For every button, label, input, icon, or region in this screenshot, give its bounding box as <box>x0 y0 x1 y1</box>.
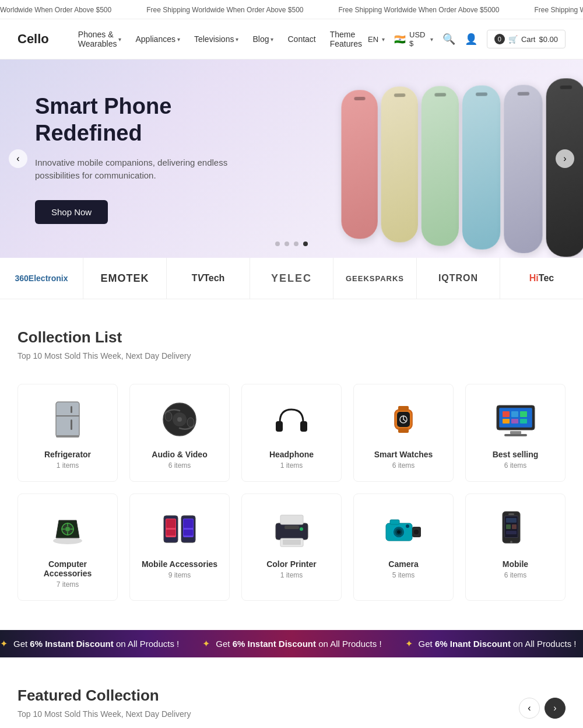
header-actions: EN ▾ 🇮🇳 USD $ ▾ 🔍 👤 0 🛒 Cart $0.00 <box>368 30 566 48</box>
cart-icon: 🛒 <box>508 35 518 44</box>
brand-hitec[interactable]: HiTec <box>500 258 583 299</box>
computer-accessories-count: 7 items <box>57 580 79 589</box>
audio-video-count: 6 items <box>168 461 191 470</box>
svg-rect-35 <box>166 519 175 528</box>
featured-prev-button[interactable]: ‹ <box>519 698 540 719</box>
svg-point-7 <box>177 417 182 422</box>
search-icon[interactable]: 🔍 <box>442 33 455 46</box>
discount-text-1: Get 6% Instant Discount on All Products … <box>13 639 179 649</box>
color-printer-name: Color Printer <box>266 559 317 569</box>
announcement-msg-4: Free Shipping Worldwide When Order Above… <box>534 6 583 14</box>
svg-rect-26 <box>520 411 527 417</box>
smart-watches-icon <box>380 396 427 443</box>
svg-rect-28 <box>511 419 518 424</box>
cart-button[interactable]: 0 🛒 Cart $0.00 <box>487 30 566 48</box>
svg-point-8 <box>165 412 172 421</box>
discount-item-2: ✦ Get 6% Instant Discount on All Product… <box>202 638 381 649</box>
hero-dot-3[interactable] <box>294 242 298 246</box>
svg-rect-1 <box>56 415 79 416</box>
language-selector[interactable]: EN ▾ <box>368 35 385 44</box>
brand-emotek[interactable]: EMOTEK <box>83 258 167 299</box>
nav-blog[interactable]: Blog ▾ <box>247 31 279 47</box>
brand-tvtech[interactable]: TVTech <box>167 258 250 299</box>
star-icon-3: ✦ <box>405 638 413 649</box>
collection-item-best-selling[interactable]: Best selling 6 items <box>465 384 566 482</box>
brand-360electronix[interactable]: 360Electronix <box>0 258 83 299</box>
svg-point-9 <box>187 418 194 427</box>
nav-theme-features[interactable]: Theme Features <box>324 26 368 52</box>
nav-televisions[interactable]: Televisions ▾ <box>188 31 244 47</box>
svg-rect-60 <box>506 518 517 523</box>
svg-rect-10 <box>276 421 283 432</box>
phone-teal <box>462 85 500 250</box>
color-printer-count: 1 items <box>280 571 303 579</box>
brand-geeksparks[interactable]: GEEKSPARKS <box>333 258 417 299</box>
svg-rect-27 <box>503 419 510 424</box>
brand-label-hitec: HiTec <box>529 273 554 284</box>
logo[interactable]: Cello <box>17 32 49 47</box>
cart-label: Cart <box>521 35 536 44</box>
featured-section: Featured Collection Top 10 Most Sold Thi… <box>0 657 583 728</box>
main-nav: Phones & Wearables ▾ Appliances ▾ Televi… <box>72 26 368 52</box>
announcement-bar: Worldwide When Order Above $500 Free Shi… <box>0 0 583 19</box>
phone-pink <box>341 90 377 239</box>
nav-televisions-label: Televisions <box>194 34 234 44</box>
phones-chevron-icon: ▾ <box>118 36 121 43</box>
collection-item-computer-accessories[interactable]: Computer Accessories 7 items <box>17 494 118 601</box>
svg-rect-63 <box>506 531 517 534</box>
phone-green <box>422 86 459 246</box>
mobile-accessories-name: Mobile Accessories <box>142 559 217 569</box>
phone-yellow <box>381 86 418 243</box>
collection-grid: Refrigerator 1 items Audio & Video 6 ite… <box>17 384 566 601</box>
featured-title: Featured Collection <box>17 687 191 705</box>
svg-rect-22 <box>510 431 521 434</box>
collection-item-mobile-accessories[interactable]: Mobile Accessories 9 items <box>129 494 230 601</box>
collection-item-mobile[interactable]: Mobile 6 items <box>465 494 566 601</box>
headphone-count: 1 items <box>280 461 303 470</box>
svg-rect-62 <box>512 524 517 529</box>
phone-notch-4 <box>475 92 487 96</box>
account-icon[interactable]: 👤 <box>465 33 477 46</box>
nav-phones-wearables[interactable]: Phones & Wearables ▾ <box>72 26 128 52</box>
collection-item-refrigerator[interactable]: Refrigerator 1 items <box>17 384 118 482</box>
svg-rect-40 <box>184 530 193 536</box>
collection-item-audio-video[interactable]: Audio & Video 6 items <box>129 384 230 482</box>
collection-title: Collection List <box>17 328 566 346</box>
phone-lavender <box>504 85 542 253</box>
announcement-msg-1: Worldwide When Order Above $500 <box>0 6 111 14</box>
brands-bar: 360Electronix EMOTEK TVTech YELEC GEEKSP… <box>0 258 583 299</box>
camera-count: 5 items <box>392 571 415 579</box>
collection-subtitle: Top 10 Most Sold This Week, Next Day Del… <box>17 351 566 360</box>
nav-contact[interactable]: Contact <box>282 31 321 47</box>
collection-item-camera[interactable]: Camera 5 items <box>353 494 454 601</box>
hero-subtitle: Innovative mobile companions, delivering… <box>35 156 257 183</box>
refrigerator-icon <box>44 396 91 443</box>
appliances-chevron-icon: ▾ <box>177 36 180 43</box>
svg-rect-15 <box>398 428 409 433</box>
camera-name: Camera <box>388 559 418 569</box>
brand-iqtron[interactable]: IQTRON <box>417 258 500 299</box>
phone-notch-2 <box>394 93 405 97</box>
nav-theme-features-label: Theme Features <box>330 30 362 48</box>
svg-rect-44 <box>285 526 299 529</box>
star-icon-2: ✦ <box>202 638 210 649</box>
nav-appliances[interactable]: Appliances ▾ <box>129 31 186 47</box>
shop-now-button[interactable]: Shop Now <box>35 200 108 224</box>
currency-selector[interactable]: 🇮🇳 USD $ ▾ <box>394 30 433 48</box>
audio-video-icon <box>156 396 203 443</box>
brand-label-tvtech: TVTech <box>192 273 225 284</box>
svg-rect-3 <box>71 419 72 430</box>
svg-rect-53 <box>390 520 399 524</box>
svg-point-30 <box>53 537 82 544</box>
hero-dot-4[interactable] <box>303 242 308 246</box>
svg-rect-0 <box>56 402 79 437</box>
collection-item-headphone[interactable]: Headphone 1 items <box>241 384 342 482</box>
phone-notch-3 <box>434 93 446 96</box>
collection-item-smart-watches[interactable]: Smart Watches 6 items <box>353 384 454 482</box>
brand-yelec[interactable]: YELEC <box>250 258 333 299</box>
mobile-icon <box>492 506 539 552</box>
hero-next-button[interactable]: › <box>556 149 574 168</box>
collection-item-color-printer[interactable]: Color Printer 1 items <box>241 494 342 601</box>
lang-chevron-icon: ▾ <box>382 36 385 43</box>
featured-next-button[interactable]: › <box>545 698 566 719</box>
